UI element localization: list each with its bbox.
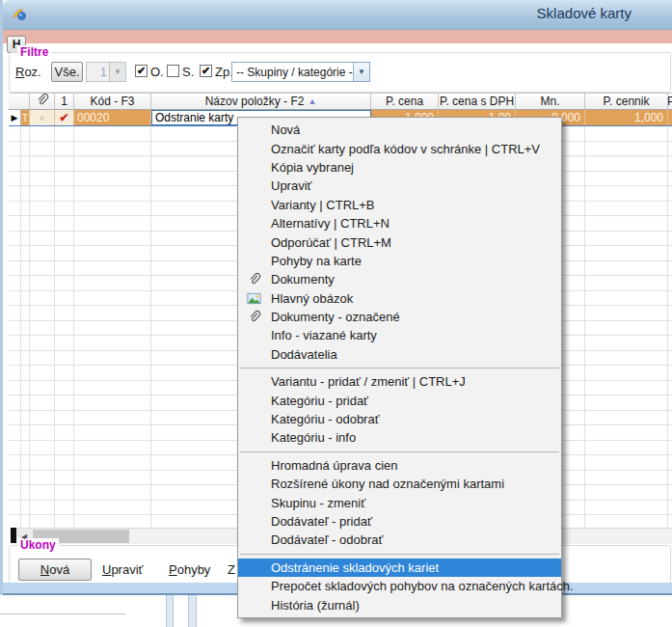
grid-cell-empty <box>668 381 672 395</box>
new-button[interactable]: Nová <box>18 559 92 581</box>
grid-cell-empty <box>74 411 151 425</box>
menu-item[interactable]: Upraviť <box>238 177 561 195</box>
grid-cell-empty <box>21 276 30 290</box>
group-category-select[interactable]: -- Skupiny / kategórie -- ▼ <box>231 62 370 82</box>
menu-item[interactable]: Nová <box>238 121 561 139</box>
title-bar[interactable]: Skladové karty <box>3 0 672 30</box>
checkbox-s[interactable] <box>167 65 179 77</box>
grid-cell-empty <box>30 471 55 485</box>
grid-cell-empty <box>21 261 30 276</box>
cell-clip[interactable]: ○ <box>30 110 55 125</box>
menu-item[interactable]: Odstránenie skladových kariet <box>238 559 561 577</box>
grid-cell-empty <box>585 186 668 201</box>
grid-cell-empty <box>74 261 151 276</box>
menu-item-label: Kategóriu - pridať <box>271 394 368 408</box>
grid-cell-empty <box>21 126 30 141</box>
checkbox-zp[interactable]: ✔ <box>200 65 212 77</box>
menu-item[interactable]: Rozšírené úkony nad označenými kartami <box>238 475 561 493</box>
menu-item-label: Pohyby na karte <box>271 254 362 268</box>
checkbox-zp-label[interactable]: Zp. <box>215 65 233 79</box>
grid-cell-empty <box>9 156 21 171</box>
grid-cell-empty <box>55 232 74 246</box>
menu-item-label: Dokumenty - označené <box>271 310 400 324</box>
cell-p[interactable] <box>668 110 672 125</box>
menu-item[interactable]: Kategóriu - info <box>238 428 561 447</box>
menu-item[interactable]: Odporúčať | CTRL+M <box>238 232 561 251</box>
grid-cell-empty <box>9 455 21 470</box>
menu-item[interactable]: Dokumenty - označené <box>238 308 561 326</box>
menu-item-label: Odporúčať | CTRL+M <box>271 235 391 250</box>
grid-cell-empty <box>74 321 151 336</box>
menu-item[interactable]: Pohyby na karte <box>238 252 561 270</box>
cell-indicator[interactable]: ▶ <box>9 110 21 125</box>
grid-cell-empty <box>668 276 672 290</box>
menu-item[interactable]: Variantu - pridať / zmeniť | CTRL+J <box>238 372 561 391</box>
all-button[interactable]: Vše. <box>51 62 83 82</box>
column-header-one[interactable]: 1 <box>55 94 74 109</box>
grid-cell-empty <box>55 246 74 260</box>
checkbox-o[interactable]: ✔ <box>135 65 148 77</box>
menu-item-label: História (žurnál) <box>271 598 360 613</box>
column-header-pdph[interactable]: P. cena s DPH <box>439 94 516 109</box>
menu-item[interactable]: Dokumenty <box>238 270 561 288</box>
grid-cell-empty <box>668 485 672 500</box>
menu-item[interactable]: Prepočet skladových pohybov na označenýc… <box>238 577 561 595</box>
menu-item[interactable]: Info - viazané karty <box>238 326 561 344</box>
menu-item[interactable]: Alternatívy | CTRL+N <box>238 214 561 232</box>
grid-cell-empty <box>55 336 74 350</box>
cell-pcennik[interactable]: 1,000 <box>585 110 668 125</box>
grid-cell-empty <box>55 306 74 320</box>
column-header-blank[interactable] <box>9 94 30 109</box>
grid-cell-empty <box>585 156 668 171</box>
grid-cell-empty <box>9 276 21 290</box>
grid-cell-empty <box>74 395 151 410</box>
menu-item[interactable]: Dodávatelia <box>238 345 561 364</box>
page-count-select[interactable]: 1 ▼ <box>86 62 126 82</box>
cell-kod[interactable]: 00020 <box>74 110 151 125</box>
moves-button[interactable]: Pohyby <box>169 562 210 577</box>
grid-cell-empty <box>21 156 30 171</box>
menu-item[interactable]: Hromadná úprava cien <box>238 456 561 475</box>
column-header-p[interactable]: P <box>668 94 672 109</box>
accent-band <box>3 30 672 43</box>
grid-cell-empty <box>668 246 672 260</box>
edit-button[interactable]: Upraviť <box>102 562 143 577</box>
menu-item-label: Rozšírené úkony nad označenými kartami <box>271 477 504 491</box>
menu-item-label: Varianty | CTRL+B <box>271 198 375 212</box>
menu-item[interactable]: Hlavný obázok <box>238 289 561 308</box>
grid-cell-empty <box>55 321 74 336</box>
checkbox-o-label[interactable]: O. <box>150 65 164 79</box>
grid-cell-empty <box>585 381 668 395</box>
grid-cell-empty <box>30 172 55 186</box>
column-header-nazov[interactable]: Názov položky - F2▲ <box>151 94 371 109</box>
roz-label[interactable]: Roz. <box>15 65 41 79</box>
menu-item[interactable]: Kategóriu - pridať <box>238 391 561 409</box>
menu-item[interactable]: Označiť karty podľa kódov v schránke | C… <box>238 139 561 157</box>
grid-cell-empty <box>9 485 21 500</box>
menu-item-label: Dokumenty <box>271 272 335 286</box>
menu-item[interactable]: Skupinu - zmeniť <box>238 493 561 511</box>
column-header-clip[interactable] <box>30 94 55 109</box>
menu-item[interactable]: Varianty | CTRL+B <box>238 196 561 214</box>
menu-item[interactable]: História (žurnál) <box>238 595 561 613</box>
column-header-mn[interactable]: Mn. <box>516 94 585 109</box>
cell-t[interactable]: T <box>21 110 30 125</box>
menu-item[interactable]: Dodávateľ - pridať <box>238 512 561 531</box>
grid-cell-empty <box>585 366 668 380</box>
column-header-kod[interactable]: Kód - F3 <box>74 94 151 109</box>
grid-cell-empty <box>30 321 55 336</box>
column-header-pcennik[interactable]: P. cennik <box>585 94 668 109</box>
z-button[interactable]: Z <box>228 562 235 577</box>
grid-cell-empty <box>9 172 21 186</box>
grid-cell-empty <box>9 186 21 201</box>
grid-cell-empty <box>74 186 151 201</box>
grid-cell-empty <box>668 172 672 186</box>
checkbox-s-label[interactable]: S. <box>182 65 194 79</box>
grid-cell-empty <box>21 441 30 455</box>
menu-item[interactable]: Kópia vybranej <box>238 158 561 177</box>
menu-item-label: Nová <box>271 123 300 137</box>
cell-one[interactable]: ✔ <box>55 110 74 125</box>
column-header-pcena[interactable]: P. cena <box>371 94 439 109</box>
menu-item[interactable]: Dodávateľ - odobrať <box>238 531 561 549</box>
menu-item[interactable]: Kategóriu - odobrať <box>238 410 561 428</box>
